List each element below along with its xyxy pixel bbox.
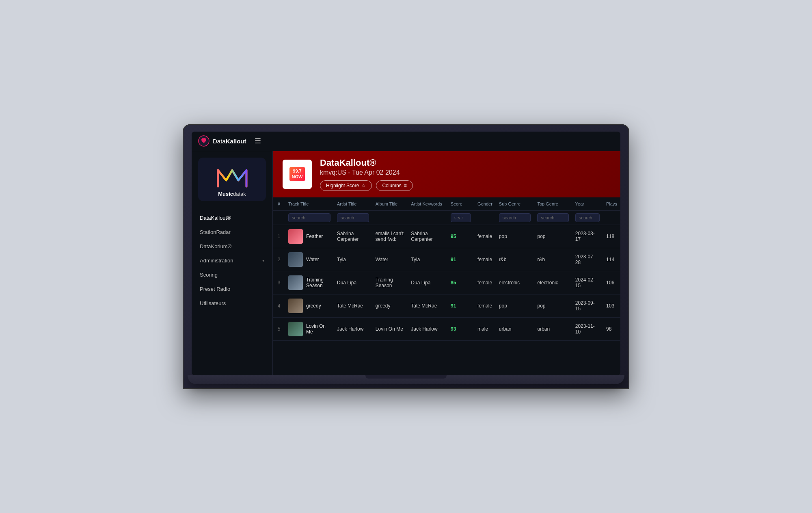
screen-bezel: DataKallout ☰ <box>183 124 629 389</box>
table-header-row: # Track Title Artist Title Album Title A… <box>273 197 620 211</box>
station-logo-image: 99.7NOW <box>289 167 305 181</box>
search-row <box>273 210 620 225</box>
search-track-input[interactable] <box>288 213 330 222</box>
station-info: DataKallout® kmvq:US - Tue Apr 02 2024 H… <box>320 158 611 191</box>
sidebar-item-stationradar[interactable]: StationRadar <box>192 225 272 239</box>
row-album-title: Lovin On Me <box>372 317 408 340</box>
row-gender: female <box>474 225 496 248</box>
banner-actions: Highlight Score ☆ Columns ≡ <box>320 180 611 191</box>
search-artist-cell <box>334 210 372 225</box>
laptop-container: DataKallout ☰ <box>183 124 629 389</box>
search-sub-genre-input[interactable] <box>499 213 531 222</box>
row-year: 2023-09-15 <box>572 294 603 317</box>
row-top-genre: pop <box>534 225 572 248</box>
sidebar-item-utilisateurs[interactable]: Utilisateurs <box>192 296 272 310</box>
col-gender: Gender <box>474 197 496 211</box>
row-artist-title: Dua Lipa <box>334 271 372 294</box>
row-album-title: emails i can't send fwd: <box>372 225 408 248</box>
row-plays: 118 <box>603 225 620 248</box>
main-layout: Musicdatak DataKallout® StationRadar <box>192 151 620 375</box>
row-num: 1 <box>273 225 285 248</box>
sidebar: Musicdatak DataKallout® StationRadar <box>192 151 273 375</box>
row-num: 4 <box>273 294 285 317</box>
row-plays: 106 <box>603 271 620 294</box>
row-score: 91 <box>447 294 474 317</box>
track-thumbnail <box>288 252 303 267</box>
row-year: 2024-02-15 <box>572 271 603 294</box>
col-artist-keywords: Artist Keywords <box>408 197 447 211</box>
row-artist-title: Sabrina Carpenter <box>334 225 372 248</box>
content-area: 99.7NOW DataKallout® kmvq:US - Tue Apr 0… <box>273 151 620 375</box>
search-album-cell <box>372 210 408 225</box>
row-artist-title: Tyla <box>334 248 372 271</box>
sidebar-brand: Musicdatak <box>218 191 246 197</box>
search-artist-input[interactable] <box>337 213 369 222</box>
row-sub-genre: electronic <box>496 271 534 294</box>
row-track-title: Lovin On Me <box>285 317 334 340</box>
sidebar-item-preset-radio[interactable]: Preset Radio <box>192 282 272 296</box>
row-plays: 103 <box>603 294 620 317</box>
highlight-score-button[interactable]: Highlight Score ☆ <box>320 180 372 191</box>
station-logo: 99.7NOW <box>283 160 312 189</box>
menu-icon[interactable]: ☰ <box>255 136 261 145</box>
row-year: 2023-07-28 <box>572 248 603 271</box>
row-artist-keywords: Tyla <box>408 248 447 271</box>
search-sub-genre-cell <box>496 210 534 225</box>
laptop-base <box>188 375 624 384</box>
row-gender: female <box>474 248 496 271</box>
track-title-text: Training Season <box>306 277 330 288</box>
row-score: 91 <box>447 248 474 271</box>
col-album-title: Album Title <box>372 197 408 211</box>
row-gender: female <box>474 294 496 317</box>
app-title: DataKallout <box>213 138 246 145</box>
track-thumbnail <box>288 322 303 336</box>
sidebar-item-datakorium[interactable]: DataKorium® <box>192 239 272 253</box>
tracks-table: # Track Title Artist Title Album Title A… <box>273 197 620 341</box>
row-sub-genre: pop <box>496 294 534 317</box>
row-album-title: Training Season <box>372 271 408 294</box>
search-top-genre-cell <box>534 210 572 225</box>
row-score: 95 <box>447 225 474 248</box>
row-top-genre: pop <box>534 294 572 317</box>
row-sub-genre: urban <box>496 317 534 340</box>
sidebar-item-administration[interactable]: Administration ▾ <box>192 253 272 268</box>
columns-button[interactable]: Columns ≡ <box>376 180 412 191</box>
col-track-title: Track Title <box>285 197 334 211</box>
col-year: Year <box>572 197 603 211</box>
row-num: 5 <box>273 317 285 340</box>
sidebar-nav: DataKallout® StationRadar DataKorium® Ad… <box>192 208 272 314</box>
search-year-cell <box>572 210 603 225</box>
search-score-input[interactable] <box>451 213 471 222</box>
sidebar-item-scoring[interactable]: Scoring <box>192 268 272 282</box>
search-top-genre-input[interactable] <box>537 213 568 222</box>
row-artist-keywords: Sabrina Carpenter <box>408 225 447 248</box>
table-row: 3 Training Season Dua Lipa Training Seas… <box>273 271 620 294</box>
app: DataKallout ☰ <box>192 132 620 375</box>
col-plays: Plays <box>603 197 620 211</box>
row-track-title: Feather <box>285 225 334 248</box>
row-top-genre: r&b <box>534 248 572 271</box>
table-row: 4 greedy Tate McRae greedy Tate McRae 91… <box>273 294 620 317</box>
row-plays: 114 <box>603 248 620 271</box>
station-subtitle: kmvq:US - Tue Apr 02 2024 <box>320 169 611 176</box>
search-year-input[interactable] <box>575 213 600 222</box>
row-track-title: Training Season <box>285 271 334 294</box>
list-icon: ≡ <box>404 183 407 188</box>
search-keywords-cell <box>408 210 447 225</box>
row-artist-keywords: Tate McRae <box>408 294 447 317</box>
col-sub-genre: Sub Genre <box>496 197 534 211</box>
sidebar-item-datakallout[interactable]: DataKallout® <box>192 211 272 225</box>
data-table-container: # Track Title Artist Title Album Title A… <box>273 197 620 375</box>
col-num: # <box>273 197 285 211</box>
row-album-title: greedy <box>372 294 408 317</box>
laptop-screen: DataKallout ☰ <box>192 132 620 375</box>
row-sub-genre: r&b <box>496 248 534 271</box>
datakallout-logo-icon <box>198 135 209 147</box>
table-row: 1 Feather Sabrina Carpenter emails i can… <box>273 225 620 248</box>
row-num: 2 <box>273 248 285 271</box>
station-app-name: DataKallout® <box>320 158 611 168</box>
track-title-text: greedy <box>306 303 321 309</box>
track-title-text: Feather <box>306 234 323 239</box>
track-title-text: Lovin On Me <box>306 323 330 335</box>
track-thumbnail <box>288 299 303 313</box>
